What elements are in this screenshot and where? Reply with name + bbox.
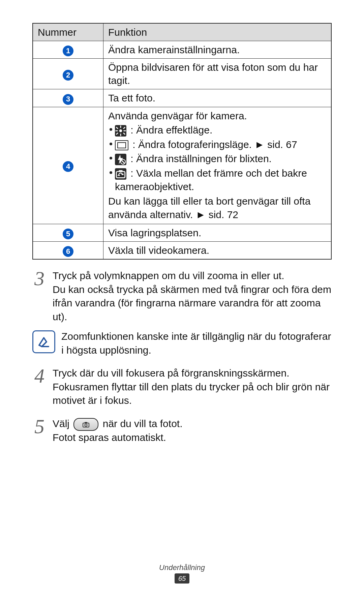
table-row: 6 Växla till videokamera. [33, 241, 331, 259]
row-number-cell: 1 [33, 41, 103, 59]
svg-rect-6 [123, 132, 125, 135]
step-text: Tryck där du vill fokusera på förgranskn… [53, 366, 332, 380]
step-body: Tryck där du vill fokusera på förgranskn… [53, 366, 332, 408]
flash-icon [115, 154, 126, 165]
svg-rect-1 [120, 126, 121, 128]
step-text: Tryck på volymknappen om du vill zooma i… [53, 269, 332, 283]
circle-number-1: 1 [63, 46, 73, 56]
shortcuts-bullets: : Ändra effektläge. : Ändra fotograferin… [108, 123, 326, 194]
table-row: 1 Ändra kamerainställningarna. [33, 41, 331, 59]
shortcuts-title: Använda genvägar för kamera. [108, 109, 326, 123]
step-4: 4 Tryck där du vill fokusera på förgrans… [32, 366, 332, 408]
row-function-cell: Öppna bildvisaren för att visa foton som… [103, 59, 332, 89]
svg-rect-2 [120, 134, 121, 136]
circle-number-5: 5 [63, 229, 73, 239]
row-function-cell: Använda genvägar för kamera. : Ändra eff… [103, 107, 332, 224]
step-body: Tryck på volymknappen om du vill zooma i… [53, 269, 332, 324]
step-body: Välj när du vill ta fotot. Fotot sparas … [53, 417, 332, 445]
row-function-cell: Växla till videokamera. [103, 241, 332, 259]
circle-number-4: 4 [63, 161, 73, 172]
table-header-row: Nummer Funktion [33, 23, 331, 41]
row-function-cell: Ta ett foto. [103, 89, 332, 107]
svg-point-17 [85, 424, 87, 426]
bullet-dot [110, 128, 112, 131]
step-number-3: 3 [32, 270, 47, 287]
bullet-flash: : Ändra inställningen för blixten. [108, 152, 326, 166]
shortcuts-footer: Du kan lägga till eller ta bort genvägar… [108, 195, 326, 222]
svg-rect-4 [124, 130, 126, 131]
step-number-4: 4 [32, 368, 47, 384]
manual-page: Nummer Funktion 1 Ändra kamerainställnin… [0, 0, 364, 597]
circle-number-3: 3 [63, 94, 73, 105]
step-text: Du kan också trycka på skärmen med två f… [53, 283, 332, 324]
bullet-text: : Ändra inställningen för blixten. [130, 153, 272, 164]
switch-camera-icon [115, 168, 126, 180]
function-table: Nummer Funktion 1 Ändra kamerainställnin… [32, 23, 332, 260]
svg-rect-12 [116, 172, 125, 178]
row-number-cell: 5 [33, 224, 103, 241]
step-5: 5 Välj när du vill ta fotot. Fotot spara… [32, 417, 332, 445]
svg-point-0 [119, 129, 122, 132]
row-function-cell: Visa lagringsplatsen. [103, 224, 332, 241]
svg-rect-16 [85, 422, 87, 423]
table-row: 5 Visa lagringsplatsen. [33, 224, 331, 241]
svg-rect-3 [115, 130, 118, 131]
bullet-dot [110, 157, 112, 159]
bullet-dot [110, 143, 112, 145]
step-3: 3 Tryck på volymknappen om du vill zooma… [32, 269, 332, 324]
footer-section-label: Underhållning [0, 563, 364, 572]
step-text: Fotot sparas automatiskt. [53, 431, 332, 445]
note-text: Zoomfunktionen kanske inte är tillgängli… [61, 330, 332, 357]
bullet-text: : Växla mellan det främre och det bakre … [115, 168, 307, 192]
step-number-5: 5 [32, 418, 47, 435]
page-footer: Underhållning 65 [0, 563, 364, 584]
header-function: Funktion [103, 23, 332, 41]
step-text: Fokusramen flyttar till den plats du try… [53, 380, 332, 408]
row-number-cell: 4 [33, 107, 103, 224]
shooting-mode-icon [115, 140, 128, 150]
bullet-text: : Ändra effektläge. [130, 124, 212, 136]
page-number: 65 [175, 573, 189, 584]
step-text: Välj när du vill ta fotot. [53, 417, 332, 431]
table-row: 2 Öppna bildvisaren för att visa foton s… [33, 59, 331, 89]
svg-rect-13 [119, 170, 122, 172]
bullet-shooting-mode: : Ändra fotograferingsläge. ► sid. 67 [108, 138, 326, 152]
page-reference: ► sid. 72 [196, 209, 238, 220]
row-number-cell: 6 [33, 241, 103, 259]
table-row: 3 Ta ett foto. [33, 89, 331, 107]
note-icon [32, 330, 55, 353]
effect-mode-icon [115, 125, 126, 137]
row-function-cell: Ändra kamerainställningarna. [103, 41, 332, 59]
svg-rect-7 [116, 132, 118, 135]
bullet-switch-camera: : Växla mellan det främre och det bakre … [108, 167, 326, 194]
circle-number-2: 2 [63, 70, 73, 81]
note-box: Zoomfunktionen kanske inte är tillgängli… [32, 330, 332, 357]
row-number-cell: 3 [33, 89, 103, 107]
header-number: Nummer [33, 23, 103, 41]
table-row: 4 Använda genvägar för kamera. : Ändra e… [33, 107, 331, 224]
circle-number-6: 6 [63, 246, 73, 257]
svg-rect-5 [116, 127, 118, 129]
page-reference: ► sid. 67 [254, 139, 297, 150]
svg-rect-8 [123, 127, 125, 129]
bullet-effect-mode: : Ändra effektläge. [108, 123, 326, 137]
bullet-dot [110, 171, 112, 174]
shutter-button-icon [73, 418, 98, 431]
row-number-cell: 2 [33, 59, 103, 89]
bullet-text: : Ändra fotograferingsläge. [132, 139, 254, 150]
